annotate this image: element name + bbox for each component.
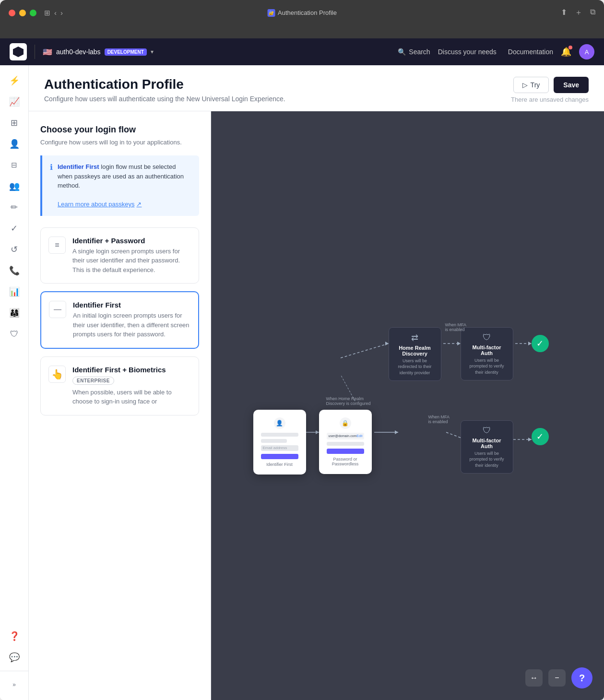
flow-info-identifier-password: Identifier + Password A single login scr… <box>72 237 191 275</box>
maximize-button[interactable] <box>30 10 36 16</box>
success-bottom: ✓ <box>532 428 549 445</box>
forward-icon[interactable]: › <box>60 9 63 17</box>
mfa-top-desc: Users will be prompted to verify their i… <box>467 357 507 376</box>
email-placeholder-text: Email address <box>263 446 287 450</box>
continue-btn-visual <box>327 449 364 454</box>
nav-search[interactable]: 🔍 Search <box>398 48 430 56</box>
discuss-link[interactable]: Discuss your needs <box>438 48 497 56</box>
nav-divider <box>35 45 35 59</box>
close-button[interactable] <box>9 10 15 16</box>
flow-icon-biometrics: 👆 <box>48 366 66 383</box>
identifier-first-label: Identifier First <box>261 462 298 467</box>
page-subtitle: Configure how users will authenticate us… <box>44 95 285 103</box>
sidebar-item-users[interactable]: 👥 <box>5 177 24 196</box>
mfa-top-title: Multi-factor Auth <box>467 344 507 356</box>
sidebar-item-lightning[interactable]: ⚡ <box>5 71 24 90</box>
sidebar-item-layers[interactable]: ⊞ <box>5 113 24 132</box>
sidebar-item-check[interactable]: ✓ <box>5 219 24 238</box>
diagram-wrapper: ⇄ Home Realm Discovery Users will be red… <box>245 291 571 521</box>
nav-links: Discuss your needs Documentation <box>438 48 553 56</box>
icon-sidebar: ⚡ 📈 ⊞ 👤 ⊟ 👥 ✏ ✓ ↺ 📞 📊 👨‍👩‍👧 🛡 ❓ 💬 » <box>0 65 29 700</box>
question-icon: ? <box>579 673 585 684</box>
sidebar-item-barchart[interactable]: 📊 <box>5 282 24 301</box>
mfa-bottom-node: 🛡 Multi-factor Auth Users will be prompt… <box>461 420 513 474</box>
browser-favicon: 🔐 <box>267 9 275 17</box>
org-name: auth0-dev-labs <box>56 48 101 56</box>
minus-icon: − <box>555 674 559 682</box>
save-button[interactable]: Save <box>554 77 589 93</box>
password-login-screen: 🔒 user@domain.com Edit Password or Passw… <box>319 410 372 474</box>
flow-title-identifier-password: Identifier + Password <box>72 237 191 245</box>
panel-title: Choose your login flow <box>40 125 199 135</box>
page-header: Authentication Profile Configure how use… <box>29 65 604 111</box>
try-button[interactable]: ▷ Try <box>513 77 549 93</box>
sidebar-item-help[interactable]: ❓ <box>5 627 24 646</box>
lock-icon: 🔒 <box>340 417 351 429</box>
share-icon[interactable]: ⬆ <box>561 8 567 18</box>
zoom-out-button[interactable]: − <box>548 669 566 687</box>
sidebar-item-chat[interactable]: 💬 <box>5 648 24 667</box>
diagram-controls: ↔ − ? <box>525 667 592 688</box>
svg-marker-12 <box>395 430 398 434</box>
password-screen-label: Password or Passwordless <box>327 457 364 466</box>
fit-view-button[interactable]: ↔ <box>525 669 543 687</box>
help-button[interactable]: ? <box>571 667 592 688</box>
mfa-top-icon: 🛡 <box>467 332 507 343</box>
external-link-icon: ↗ <box>136 200 142 209</box>
traffic-lights <box>9 10 36 16</box>
mfa-bottom-title: Multi-factor Auth <box>467 438 507 449</box>
home-realm-icon: ⇄ <box>395 332 435 343</box>
sidebar-item-refresh[interactable]: ↺ <box>5 240 24 259</box>
back-icon[interactable]: ‹ <box>54 9 57 17</box>
page-title: Authentication Profile <box>44 77 285 92</box>
sidebar-toggle-icon[interactable]: ⊞ <box>44 9 50 17</box>
identifier-first-login-screen: 👤 Email address Identifier First <box>253 410 306 475</box>
info-banner: ℹ Identifier First login flow must be se… <box>40 155 199 216</box>
sidebar-item-user-circle[interactable]: 👤 <box>5 134 24 154</box>
sidebar-item-chart[interactable]: 📈 <box>5 92 24 111</box>
svg-marker-11 <box>316 430 319 434</box>
flow-card-identifier-biometrics[interactable]: 👆 Identifier First + Biometrics ENTERPRI… <box>40 356 199 415</box>
mfa-bottom-icon: 🛡 <box>467 426 507 436</box>
panel-subtitle: Configure how users will log in to your … <box>40 139 199 146</box>
tabs-icon[interactable]: ⧉ <box>590 8 595 18</box>
docs-link[interactable]: Documentation <box>508 48 553 56</box>
search-icon: 🔍 <box>398 48 406 56</box>
mfa-label-top: When MFAis enabled <box>445 322 467 332</box>
svg-marker-10 <box>528 342 532 345</box>
sidebar-item-grid[interactable]: ⊟ <box>5 155 24 175</box>
org-selector[interactable]: 🇺🇸 auth0-dev-labs DEVELOPMENT ▾ <box>43 47 154 57</box>
flow-icon-identifier-first: — <box>49 301 66 318</box>
flag-icon: 🇺🇸 <box>43 47 52 57</box>
play-icon: ▷ <box>522 81 528 89</box>
edit-link[interactable]: Edit <box>356 434 362 438</box>
diagram-panel: ⇄ Home Realm Discovery Users will be red… <box>211 111 604 700</box>
sidebar-item-phone[interactable]: 📞 <box>5 261 24 280</box>
hrd-label: When Home RealmDiscovery is configured <box>326 396 371 406</box>
flow-desc-identifier-first: An initial login screen prompts users fo… <box>73 311 190 339</box>
home-realm-node: ⇄ Home Realm Discovery Users will be red… <box>389 327 441 381</box>
home-realm-title: Home Realm Discovery <box>395 345 435 356</box>
enterprise-badge: ENTERPRISE <box>72 377 114 385</box>
flow-info-identifier-first: Identifier First An initial login screen… <box>73 301 190 339</box>
notification-dot <box>568 46 572 49</box>
top-navigation: 🇺🇸 auth0-dev-labs DEVELOPMENT ▾ 🔍 Search… <box>0 38 604 65</box>
minimize-button[interactable] <box>19 10 26 16</box>
svg-line-0 <box>341 344 389 358</box>
left-panel: Choose your login flow Configure how use… <box>29 111 211 700</box>
passkeys-link[interactable]: Learn more about passkeys ↗ <box>58 200 142 209</box>
flow-desc-biometrics: When possible, users will be able to cho… <box>72 388 191 406</box>
flow-icon-identifier-password: ≡ <box>48 237 66 254</box>
flow-card-identifier-first[interactable]: — Identifier First An initial login scre… <box>40 291 199 349</box>
new-tab-icon[interactable]: ＋ <box>575 8 582 18</box>
sidebar-item-expand[interactable]: » <box>5 675 24 694</box>
user-avatar[interactable]: A <box>579 44 594 59</box>
sidebar-item-usergroup[interactable]: 👨‍👩‍👧 <box>5 303 24 322</box>
notifications-bell[interactable]: 🔔 <box>561 47 571 57</box>
sidebar-item-pen[interactable]: ✏ <box>5 198 24 217</box>
user-icon: 👤 <box>274 417 285 429</box>
page-actions: ▷ Try Save There are unsaved changes <box>511 77 589 103</box>
flow-card-identifier-password[interactable]: ≡ Identifier + Password A single login s… <box>40 227 199 284</box>
sidebar-item-shield[interactable]: 🛡 <box>5 324 24 344</box>
app-logo <box>10 43 27 60</box>
